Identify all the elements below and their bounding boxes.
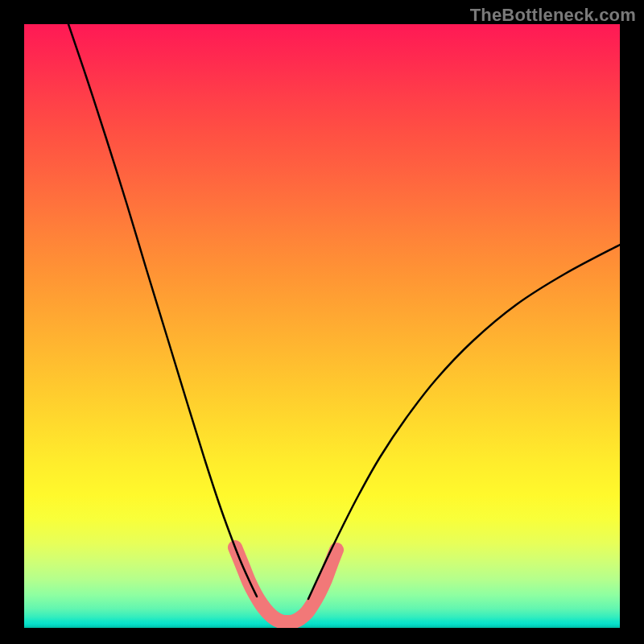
watermark-text: TheBottleneck.com xyxy=(470,5,636,26)
right-curve-path xyxy=(308,245,620,599)
chart-container: TheBottleneck.com xyxy=(0,0,644,644)
left-curve-path xyxy=(68,24,257,597)
curve-overlay xyxy=(24,24,620,628)
